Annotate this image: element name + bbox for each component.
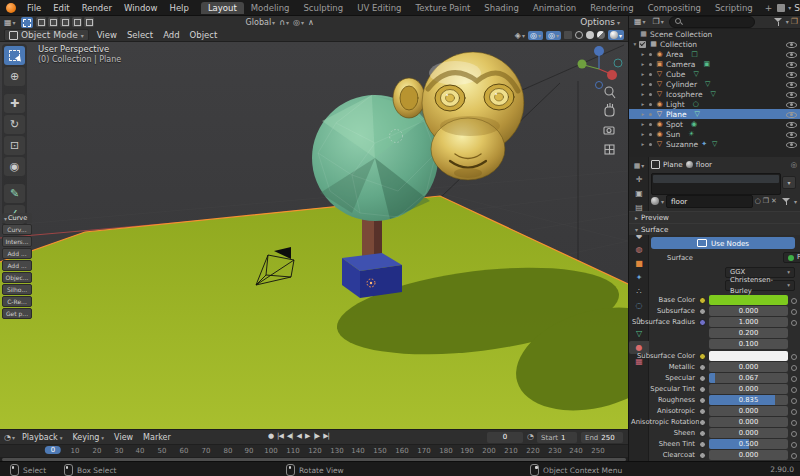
value-slider[interactable]: 0.067	[709, 373, 788, 383]
workspace-tab[interactable]: Layout	[201, 2, 244, 14]
animate-dot[interactable]	[791, 298, 797, 304]
node-socket[interactable]	[699, 452, 706, 459]
curve-panel-button[interactable]: Get p...	[2, 308, 32, 319]
gizmo-z-axis[interactable]	[594, 46, 604, 56]
outliner-object-row[interactable]: ▸ ▽ Cylinder ▽	[629, 79, 800, 89]
value-slider[interactable]: 0.000	[709, 406, 788, 416]
select-mode-button[interactable]	[60, 17, 70, 27]
curve-panel-button[interactable]: Add ...	[2, 248, 32, 259]
value-slider[interactable]: 0.000	[709, 362, 788, 372]
animate-dot[interactable]	[791, 453, 797, 459]
properties-tab[interactable]: ✛	[629, 173, 649, 186]
node-socket[interactable]	[699, 430, 706, 437]
expand-arrow-icon[interactable]: ▸	[639, 141, 647, 147]
toolbar-tool[interactable]: ✎	[4, 184, 25, 203]
node-socket[interactable]	[699, 297, 706, 304]
pin-icon[interactable]: ◎	[791, 160, 797, 169]
proportional-falloff-icon[interactable]: ∧	[308, 18, 314, 27]
animate-dot[interactable]	[791, 431, 797, 437]
browse-material-icon[interactable]	[651, 197, 659, 205]
node-socket[interactable]	[699, 364, 706, 371]
timeline-ruler[interactable]: 0102030405060708090100110120130140150160…	[0, 444, 628, 458]
editor-type-selector[interactable]: ▦▾	[4, 18, 16, 27]
transform-orientation-dropdown[interactable]: Global▾	[246, 18, 276, 27]
value-slider[interactable]: 0.000	[709, 306, 788, 316]
viewport-menu-item[interactable]: Select	[122, 30, 158, 40]
animate-dot[interactable]	[791, 442, 797, 448]
playback-button[interactable]: |▶	[313, 432, 319, 440]
animate-dot[interactable]	[791, 387, 797, 393]
node-socket[interactable]	[699, 308, 706, 315]
animate-dot[interactable]	[791, 365, 797, 371]
shading-solid-button[interactable]	[586, 31, 594, 39]
surface-panel-header[interactable]: ▾Surface	[629, 223, 800, 235]
vector-value-stack[interactable]: 1.000 0.200 0.100	[709, 317, 788, 350]
collection-row[interactable]: ▾ ▦ Collection	[629, 39, 800, 49]
frame-start-field[interactable]: Start1	[537, 432, 577, 443]
gizmo-y-neg-axis[interactable]	[614, 59, 622, 67]
hide-in-viewport-toggle[interactable]	[786, 90, 797, 99]
hide-in-viewport-toggle[interactable]	[786, 100, 797, 109]
playback-button[interactable]: ●	[268, 432, 273, 440]
hide-in-viewport-toggle[interactable]	[786, 80, 797, 89]
playback-button[interactable]: ◀|	[287, 432, 293, 440]
new-collection-icon[interactable]: ❐	[791, 17, 798, 26]
curve-panel-button[interactable]: Objec...	[2, 272, 32, 283]
value-slider[interactable]: 0.835	[709, 395, 788, 405]
add-workspace-button[interactable]: +	[760, 3, 778, 13]
outliner-object-row[interactable]: ▸ ▣ Camera ▣	[629, 59, 800, 69]
shader-dropdown[interactable]: Principled BSDF	[783, 252, 800, 263]
node-socket[interactable]	[699, 386, 706, 393]
options-dropdown[interactable]: Options▾	[580, 17, 620, 27]
show-overlays-icon[interactable]: ◎▾	[528, 31, 543, 40]
outliner-object-row[interactable]: ▸ ▽ Plane ▽	[629, 109, 800, 119]
menu-item[interactable]: Help	[163, 3, 194, 13]
color-swatch[interactable]	[709, 295, 788, 305]
display-mode-dropdown[interactable]: ❐▾	[653, 17, 664, 26]
hide-in-viewport-toggle[interactable]	[786, 50, 797, 59]
value-slider[interactable]: 0.500	[709, 439, 788, 449]
node-socket[interactable]	[699, 441, 706, 448]
slot-specials-button[interactable]: ▾	[782, 176, 796, 189]
proportional-editing-icon[interactable]: ◎▾	[293, 18, 304, 27]
workspace-tab[interactable]: Scripting	[708, 2, 760, 14]
snap-magnet-icon[interactable]: ∩▾	[279, 18, 289, 27]
mode-selector[interactable]: Object Mode ▾	[4, 29, 89, 41]
viewport-menu-item[interactable]: Object	[185, 30, 223, 40]
workspace-tab[interactable]: Texture Paint	[409, 2, 478, 14]
toolbar-tool[interactable]: ◉	[4, 157, 25, 176]
frame-end-field[interactable]: End250	[581, 432, 623, 443]
blender-logo-icon[interactable]	[6, 3, 16, 13]
eye-icon[interactable]	[786, 40, 797, 49]
animate-dot[interactable]	[791, 354, 797, 360]
outliner-object-row[interactable]: ▸ ▽ Cube ▽	[629, 69, 800, 79]
filter-icon[interactable]	[782, 197, 792, 206]
node-socket[interactable]	[699, 408, 706, 415]
toolbar-tool[interactable]: ✚	[4, 94, 25, 113]
value-slider[interactable]: 0.000	[709, 384, 788, 394]
workspace-tab[interactable]: Animation	[526, 2, 583, 14]
curve-panel-button[interactable]: Inters...	[2, 236, 32, 247]
playback-button[interactable]: ▶|	[323, 432, 329, 440]
outliner-object-row[interactable]: ▸ ◉ Sun ☀	[629, 129, 800, 139]
pan-hand-icon[interactable]	[605, 107, 614, 116]
menu-item[interactable]: Render	[76, 3, 118, 13]
fake-user-icon[interactable]: ○	[755, 197, 761, 205]
workspace-tab[interactable]: Sculpting	[296, 2, 350, 14]
viewport-canvas[interactable]: User Perspective (0) Collection | Plane …	[0, 41, 628, 429]
expand-arrow-icon[interactable]: ▸	[639, 101, 647, 107]
node-socket[interactable]	[699, 397, 706, 404]
hide-in-viewport-toggle[interactable]	[786, 60, 797, 69]
gizmo-y-axis[interactable]	[578, 60, 587, 69]
outliner-object-row[interactable]: ▸ ◉ Area □	[629, 49, 800, 59]
playback-button[interactable]: ◀	[297, 432, 301, 440]
shading-rendered-button[interactable]: ▾	[608, 30, 624, 40]
curve-panel-header[interactable]: ▾ Curve	[2, 213, 32, 223]
menu-item[interactable]: File	[21, 3, 47, 13]
toolbar-tool[interactable]: ⊕	[4, 67, 25, 86]
workspace-tab[interactable]: UV Editing	[350, 2, 408, 14]
select-mode-button[interactable]	[36, 17, 46, 27]
material-slot[interactable]	[653, 175, 779, 183]
base-cube-object[interactable]	[342, 253, 402, 298]
shading-material-button[interactable]	[597, 31, 605, 39]
